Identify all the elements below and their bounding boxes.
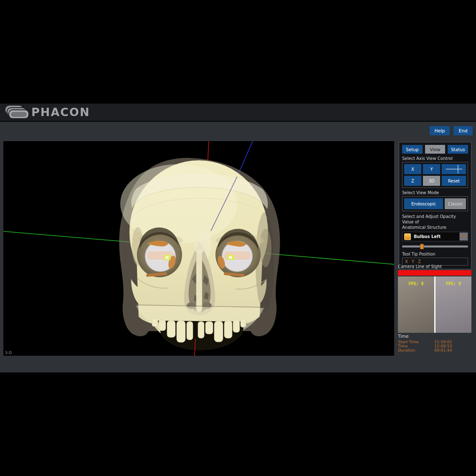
camera-views: FPS: 9 FPS: 9 bbox=[398, 276, 471, 333]
opacity-title-line2: Anatomical Structure bbox=[402, 225, 446, 230]
logo-text: PHACON bbox=[31, 106, 90, 119]
control-panel: Setup View Status Select Axis View Contr… bbox=[399, 142, 471, 269]
camera-line-of-sight-title: Camera Line of Sight bbox=[398, 264, 442, 269]
view-mode-box: Endoscopic Classic bbox=[402, 196, 468, 211]
fps-counter-right: FPS: 9 bbox=[435, 281, 472, 286]
viewport-mode-label: 3-D bbox=[5, 351, 12, 355]
duration-label: Duration bbox=[398, 348, 415, 352]
panel-tabs: Setup View Status bbox=[402, 145, 468, 154]
phacon-logo: PHACON bbox=[4, 104, 90, 120]
title-bar: PHACON bbox=[0, 104, 476, 122]
structure-dropdown[interactable]: Bulbus Left bbox=[402, 232, 468, 241]
structure-color-swatch bbox=[404, 233, 411, 240]
axis-z-button[interactable]: Z bbox=[404, 176, 421, 186]
time-section-title: Time bbox=[398, 334, 409, 339]
axis-crosshair-button[interactable] bbox=[442, 164, 466, 174]
axis-control-title: Select Axis View Control bbox=[402, 156, 468, 161]
tool-tip-y: Y bbox=[412, 259, 414, 264]
axis-y-button[interactable]: Y bbox=[423, 164, 440, 174]
time-row-duration: Duration 00:01:44 bbox=[398, 348, 472, 352]
duration-value: 00:01:44 bbox=[434, 348, 452, 352]
tab-setup[interactable]: Setup bbox=[402, 145, 423, 154]
fps-counter-left: FPS: 9 bbox=[398, 281, 434, 286]
opacity-slider-handle[interactable] bbox=[420, 244, 424, 249]
dropdown-open-button[interactable] bbox=[459, 233, 468, 241]
upper-teeth bbox=[152, 318, 246, 350]
app-window: Help End bbox=[0, 122, 476, 372]
tab-view[interactable]: View bbox=[425, 145, 446, 154]
end-button[interactable]: End bbox=[453, 126, 473, 135]
camera-view-right: FPS: 9 bbox=[435, 276, 472, 333]
classic-button[interactable]: Classic bbox=[445, 198, 466, 209]
skull-3d-render bbox=[3, 141, 394, 356]
structure-dropdown-value: Bulbus Left bbox=[414, 234, 459, 239]
tab-status[interactable]: Status bbox=[448, 145, 468, 154]
opacity-slider-track[interactable] bbox=[402, 246, 468, 248]
endoscopic-button[interactable]: Endoscopic bbox=[404, 198, 443, 209]
help-button[interactable]: Help bbox=[430, 126, 450, 135]
tool-tip-title: Tool Tip Position bbox=[402, 252, 468, 256]
axis-control-box: X Y Z 3D Reset bbox=[402, 162, 468, 188]
chevron-down-icon bbox=[462, 235, 466, 238]
camera-view-left: FPS: 9 bbox=[398, 276, 434, 333]
opacity-slider[interactable] bbox=[402, 244, 468, 249]
tool-tip-x: X bbox=[405, 259, 408, 264]
viewport-3d[interactable]: 3-D bbox=[3, 141, 394, 356]
opacity-title-line1: Select and Adjust Opacity Value of bbox=[402, 214, 456, 224]
view-mode-title: Select View Mode bbox=[402, 190, 468, 195]
axis-x-button[interactable]: X bbox=[404, 164, 421, 174]
axis-3d-button[interactable]: 3D bbox=[423, 176, 440, 186]
axis-reset-button[interactable]: Reset bbox=[442, 176, 466, 186]
tool-tip-z: Z bbox=[418, 259, 421, 264]
camera-status-bar bbox=[398, 270, 471, 276]
opacity-title: Select and Adjust Opacity Value of Anato… bbox=[402, 214, 468, 230]
phacon-logo-icon bbox=[4, 104, 30, 120]
axis-crosshair-icon bbox=[444, 164, 463, 174]
